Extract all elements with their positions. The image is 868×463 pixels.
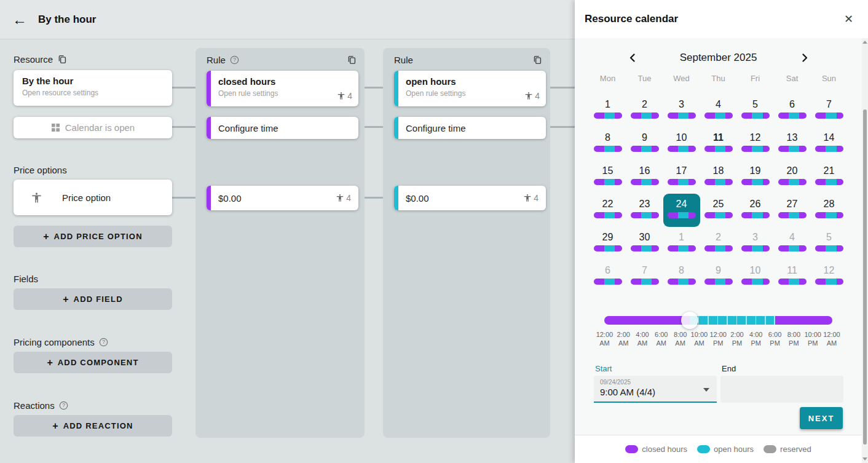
help-icon[interactable]: ? [59, 401, 68, 410]
price-option-card[interactable]: Price option [14, 180, 172, 215]
calendar-day[interactable]: 1 [663, 227, 700, 260]
calendar-day[interactable]: 22 [590, 194, 626, 227]
day-availability-bar [704, 146, 733, 152]
day-availability-bar [778, 279, 807, 285]
weekday-label: Sat [774, 74, 811, 83]
calendar-day[interactable]: 21 [811, 160, 848, 194]
day-number: 8 [663, 264, 700, 277]
calendar-day[interactable]: 28 [811, 194, 848, 227]
calendar-day[interactable]: 3 [737, 227, 774, 260]
back-button[interactable]: ← [7, 7, 32, 32]
calendar-day[interactable]: 6 [590, 260, 626, 293]
calendar-day[interactable]: 30 [626, 227, 663, 260]
day-availability-bar [668, 113, 696, 119]
rule-card-closed-hours[interactable]: closed hours Open rule settings 4 [207, 71, 358, 106]
calendar-day[interactable]: 20 [774, 160, 811, 194]
add-price-option-button[interactable]: + ADD PRICE OPTION [14, 226, 172, 247]
rule-column-header: Rule ? [195, 48, 365, 65]
calendar-day[interactable]: 8 [663, 260, 700, 293]
calendar-day[interactable]: 11 [700, 127, 737, 160]
resource-card[interactable]: By the hour Open resource settings [14, 70, 172, 106]
close-icon[interactable]: ✕ [842, 10, 856, 28]
calendar-day[interactable]: 10 [663, 127, 700, 160]
end-time-select[interactable] [720, 376, 843, 403]
day-availability-bar [704, 245, 733, 251]
calendar-day[interactable]: 3 [663, 94, 700, 127]
calendar-day[interactable]: 16 [626, 160, 663, 194]
day-availability-bar [594, 212, 622, 218]
calendar-is-open-button[interactable]: Calendar is open [14, 117, 172, 138]
configure-time-card[interactable]: Configure time [207, 117, 358, 139]
capacity-chip: 4 [523, 193, 539, 203]
calendar-day[interactable]: 29 [590, 227, 626, 260]
add-field-button[interactable]: + ADD FIELD [14, 288, 172, 310]
calendar-day[interactable]: 5 [811, 227, 848, 260]
price-card[interactable]: $0.00 4 [207, 186, 358, 210]
calendar-day[interactable]: 13 [774, 127, 811, 160]
rule-card-title: open hours [406, 76, 539, 87]
panel-scrollbar[interactable] [862, 38, 868, 463]
weekday-label: Tue [626, 74, 663, 83]
scrollbar-up-arrow-icon[interactable] [862, 41, 867, 44]
calendar-day[interactable]: 19 [737, 160, 774, 194]
slider-handle[interactable] [681, 312, 698, 329]
day-number: 18 [700, 164, 737, 178]
calendar-day[interactable]: 11 [774, 260, 811, 293]
add-component-button[interactable]: + ADD COMPONENT [14, 352, 172, 373]
calendar-day[interactable]: 8 [590, 127, 626, 160]
calendar-day[interactable]: 4 [700, 94, 737, 127]
calendar-day[interactable]: 24 [663, 194, 700, 227]
next-button[interactable]: NEXT [800, 407, 843, 429]
fields-label-text: Fields [14, 274, 38, 284]
day-number: 12 [737, 131, 774, 144]
price-card[interactable]: $0.00 4 [394, 186, 546, 210]
topbar: ← By the hour [0, 0, 575, 39]
rule-card-open-hours[interactable]: open hours Open rule settings 4 [394, 71, 546, 106]
add-reaction-button[interactable]: + ADD REACTION [14, 415, 172, 437]
start-time-select[interactable]: 09/24/2025 9:00 AM (4/4) [594, 376, 717, 403]
copy-icon[interactable] [57, 54, 68, 65]
calendar-day[interactable]: 27 [774, 194, 811, 227]
calendar-day[interactable]: 1 [590, 94, 626, 127]
calendar-day[interactable]: 15 [590, 160, 626, 194]
calendar-day[interactable]: 4 [774, 227, 811, 260]
day-availability-bar [815, 212, 843, 218]
add-icon: + [43, 231, 49, 242]
day-number: 2 [700, 231, 737, 244]
day-availability-bar [668, 245, 696, 251]
slider-tick-label: 4:00PM [746, 330, 765, 348]
calendar-day[interactable]: 5 [737, 94, 774, 127]
help-icon[interactable]: ? [99, 338, 108, 347]
copy-icon[interactable] [347, 55, 357, 65]
scrollbar-down-arrow-icon[interactable] [862, 457, 867, 461]
help-icon[interactable]: ? [230, 55, 239, 65]
calendar-day[interactable]: 7 [626, 260, 663, 293]
calendar-day[interactable]: 2 [700, 227, 737, 260]
calendar-day[interactable]: 12 [737, 127, 774, 160]
scrollbar-thumb[interactable] [863, 109, 867, 445]
calendar-day[interactable]: 7 [811, 94, 848, 127]
calendar-day[interactable]: 10 [737, 260, 774, 293]
calendar-day[interactable]: 23 [626, 194, 663, 227]
calendar-day[interactable]: 2 [626, 94, 663, 127]
day-number: 8 [590, 131, 626, 144]
day-availability-bar [704, 212, 733, 218]
calendar-day[interactable]: 14 [811, 127, 848, 160]
panel-body: September 2025 MonTueWedThuFriSatSun 123… [575, 38, 862, 435]
previous-month-button[interactable] [625, 50, 641, 66]
copy-icon[interactable] [532, 55, 543, 65]
calendar-day[interactable]: 12 [811, 260, 848, 293]
next-month-button[interactable] [797, 50, 813, 66]
configure-time-card[interactable]: Configure time [394, 117, 546, 139]
back-arrow-icon: ← [12, 11, 27, 28]
rule-column-closed: Rule ? closed hours Open rule settings 4… [195, 48, 365, 438]
calendar-day[interactable]: 25 [700, 194, 737, 227]
calendar-day[interactable]: 17 [663, 160, 700, 194]
slider-track[interactable] [604, 316, 832, 325]
calendar-day[interactable]: 6 [774, 94, 811, 127]
app: ← By the hour Resource By the hour Open … [0, 0, 868, 463]
calendar-day[interactable]: 26 [737, 194, 774, 227]
calendar-day[interactable]: 9 [700, 260, 737, 293]
calendar-day[interactable]: 18 [700, 160, 737, 194]
calendar-day[interactable]: 9 [626, 127, 663, 160]
